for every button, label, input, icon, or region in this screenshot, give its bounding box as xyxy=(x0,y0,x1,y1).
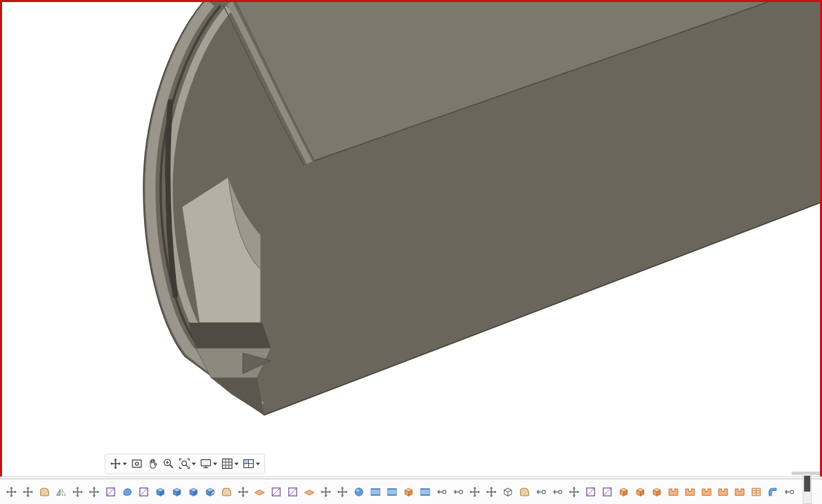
timeline-feature-move[interactable] xyxy=(320,486,332,498)
fit-icon xyxy=(179,458,190,470)
box-icon xyxy=(502,486,514,498)
hole-icon xyxy=(701,486,712,498)
timeline-feature-sketch-outline[interactable] xyxy=(287,486,299,498)
sketch-outline-icon xyxy=(287,486,299,498)
timeline-feature-hole[interactable] xyxy=(734,486,745,498)
fit-button[interactable] xyxy=(177,456,197,471)
vertical-scrollbar-thumb[interactable] xyxy=(804,476,810,492)
timeline-feature-sketch-outline[interactable] xyxy=(601,486,613,498)
timeline-feature-box[interactable] xyxy=(502,486,514,498)
timeline-feature-sketch[interactable] xyxy=(221,486,232,498)
vertical-scrollbar[interactable] xyxy=(803,474,812,504)
timeline-feature-mirror[interactable] xyxy=(55,486,67,498)
zoom-icon xyxy=(163,458,174,470)
view-navigation-toolbar xyxy=(105,454,265,474)
move-icon xyxy=(237,486,249,498)
model-viewport[interactable] xyxy=(0,0,822,477)
timeline-feature-move[interactable] xyxy=(337,486,348,498)
model-3d-view xyxy=(0,0,822,477)
extrude-orange-icon xyxy=(403,486,414,498)
table-icon xyxy=(750,486,762,498)
timeline-feature-hole[interactable] xyxy=(701,486,712,498)
timeline-feature-pattern[interactable] xyxy=(419,486,431,498)
timeline-feature-extrude-orange[interactable] xyxy=(634,486,646,498)
timeline-feature-joint[interactable] xyxy=(535,486,547,498)
timeline-feature-joint[interactable] xyxy=(436,486,448,498)
timeline-feature-fillet[interactable] xyxy=(767,486,779,498)
move-icon xyxy=(88,486,100,498)
timeline-feature-form[interactable] xyxy=(121,486,133,498)
timeline-feature-move[interactable] xyxy=(568,486,580,498)
timeline-feature-hole[interactable] xyxy=(668,486,679,498)
timeline-feature-move[interactable] xyxy=(22,486,34,498)
timeline-feature-extrude[interactable] xyxy=(154,486,166,498)
timeline-feature-sketch-outline[interactable] xyxy=(270,486,282,498)
orbit-button[interactable] xyxy=(108,456,128,471)
hole-icon xyxy=(668,486,679,498)
timeline-feature-joint[interactable] xyxy=(452,486,464,498)
timeline-feature-move[interactable] xyxy=(6,486,17,498)
timeline-feature-extrude[interactable] xyxy=(171,486,183,498)
timeline-bar xyxy=(0,478,822,504)
timeline-feature-move[interactable] xyxy=(88,486,100,498)
fillet-icon xyxy=(767,486,779,498)
timeline-feature-joint[interactable] xyxy=(552,486,563,498)
move-icon xyxy=(568,486,580,498)
timeline-feature-extrude-edit[interactable] xyxy=(204,486,216,498)
timeline-feature-move[interactable] xyxy=(237,486,249,498)
look-at-icon xyxy=(131,458,143,470)
offset-icon xyxy=(254,486,265,498)
pan-icon xyxy=(147,458,159,470)
pattern-icon xyxy=(370,486,381,498)
extrude-icon xyxy=(154,486,166,498)
timeline-feature-pattern[interactable] xyxy=(386,486,398,498)
timeline-feature-joint[interactable] xyxy=(783,486,795,498)
move-icon xyxy=(469,486,481,498)
look-at-button[interactable] xyxy=(130,456,144,471)
sketch-outline-icon xyxy=(105,486,117,498)
extrude-icon xyxy=(171,486,183,498)
zoom-button[interactable] xyxy=(161,456,176,471)
extrude-orange-icon xyxy=(634,486,646,498)
display-settings-button[interactable] xyxy=(199,456,219,471)
timeline-feature-move[interactable] xyxy=(469,486,481,498)
timeline-feature-pattern[interactable] xyxy=(370,486,381,498)
timeline-feature-hole[interactable] xyxy=(717,486,729,498)
timeline-feature-move[interactable] xyxy=(72,486,83,498)
joint-icon xyxy=(535,486,547,498)
joint-icon xyxy=(783,486,795,498)
grid-button[interactable] xyxy=(220,456,240,471)
timeline-feature-hole[interactable] xyxy=(684,486,696,498)
pan-button[interactable] xyxy=(146,456,160,471)
orbit-icon xyxy=(110,458,121,470)
viewports-button[interactable] xyxy=(241,456,261,471)
timeline-feature-sketch-outline[interactable] xyxy=(138,486,150,498)
timeline-feature-sketch-outline[interactable] xyxy=(105,486,117,498)
sketch-outline-icon xyxy=(601,486,613,498)
extrude-orange-icon xyxy=(618,486,630,498)
dropdown-caret-icon xyxy=(192,463,196,465)
timeline-feature-offset[interactable] xyxy=(254,486,265,498)
extrude-edit-icon xyxy=(204,486,216,498)
timeline-feature-sketch[interactable] xyxy=(39,486,50,498)
joint-icon xyxy=(452,486,464,498)
sketch-outline-icon xyxy=(138,486,150,498)
form-icon xyxy=(121,486,133,498)
timeline-feature-extrude-orange[interactable] xyxy=(618,486,630,498)
sketch-icon xyxy=(519,486,530,498)
timeline-feature-list xyxy=(0,486,795,498)
model-notch-opening xyxy=(188,323,271,348)
pattern-icon xyxy=(386,486,398,498)
move-icon xyxy=(6,486,17,498)
timeline-feature-sketch[interactable] xyxy=(519,486,530,498)
timeline-feature-table[interactable] xyxy=(750,486,762,498)
timeline-feature-move[interactable] xyxy=(485,486,497,498)
timeline-feature-extrude-orange[interactable] xyxy=(651,486,663,498)
timeline-feature-extrude-orange[interactable] xyxy=(403,486,414,498)
timeline-feature-sphere[interactable] xyxy=(353,486,365,498)
timeline-feature-extrude[interactable] xyxy=(188,486,199,498)
viewports-icon xyxy=(243,458,254,470)
timeline-feature-sketch-outline[interactable] xyxy=(585,486,597,498)
timeline-feature-offset[interactable] xyxy=(303,486,315,498)
hole-icon xyxy=(717,486,729,498)
